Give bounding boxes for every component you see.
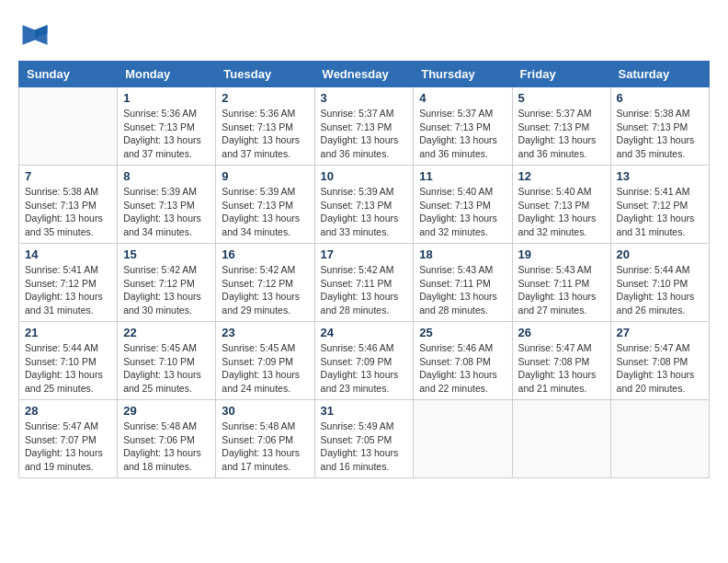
calendar-week-2: 14Sunrise: 5:41 AM Sunset: 7:12 PM Dayli… (19, 244, 710, 322)
calendar-cell: 21Sunrise: 5:44 AM Sunset: 7:10 PM Dayli… (19, 322, 118, 400)
logo (18, 18, 55, 52)
day-number: 14 (25, 247, 111, 261)
day-info: Sunrise: 5:49 AM Sunset: 7:05 PM Dayligh… (321, 419, 408, 474)
calendar-cell: 25Sunrise: 5:46 AM Sunset: 7:08 PM Dayli… (414, 322, 512, 400)
day-number: 24 (321, 326, 408, 339)
day-number: 19 (518, 247, 605, 261)
day-info: Sunrise: 5:37 AM Sunset: 7:13 PM Dayligh… (419, 107, 506, 161)
calendar-cell: 31Sunrise: 5:49 AM Sunset: 7:05 PM Dayli… (314, 400, 414, 478)
day-number: 7 (25, 169, 111, 183)
weekday-sunday: Sunday (19, 62, 118, 87)
calendar-cell: 22Sunrise: 5:45 AM Sunset: 7:10 PM Dayli… (118, 322, 216, 400)
day-number: 11 (419, 169, 506, 183)
day-number: 16 (222, 247, 308, 261)
calendar-cell: 5Sunrise: 5:37 AM Sunset: 7:13 PM Daylig… (512, 87, 610, 166)
day-info: Sunrise: 5:45 AM Sunset: 7:10 PM Dayligh… (123, 341, 210, 396)
calendar-cell: 18Sunrise: 5:43 AM Sunset: 7:11 PM Dayli… (414, 244, 512, 322)
day-info: Sunrise: 5:38 AM Sunset: 7:13 PM Dayligh… (617, 107, 703, 161)
day-number: 31 (321, 404, 408, 418)
day-number: 5 (518, 91, 605, 105)
calendar-cell: 29Sunrise: 5:48 AM Sunset: 7:06 PM Dayli… (118, 400, 216, 478)
calendar-cell: 10Sunrise: 5:39 AM Sunset: 7:13 PM Dayli… (314, 166, 414, 244)
day-number: 17 (321, 247, 408, 261)
day-info: Sunrise: 5:37 AM Sunset: 7:13 PM Dayligh… (518, 107, 605, 161)
calendar-cell: 14Sunrise: 5:41 AM Sunset: 7:12 PM Dayli… (19, 244, 118, 322)
calendar-cell: 24Sunrise: 5:46 AM Sunset: 7:09 PM Dayli… (314, 322, 414, 400)
day-number: 21 (25, 326, 111, 339)
day-number: 13 (617, 169, 703, 183)
logo-icon (18, 18, 51, 52)
calendar-cell: 7Sunrise: 5:38 AM Sunset: 7:13 PM Daylig… (19, 166, 118, 244)
day-number: 10 (321, 169, 408, 183)
day-info: Sunrise: 5:36 AM Sunset: 7:13 PM Dayligh… (123, 107, 210, 161)
calendar-cell: 13Sunrise: 5:41 AM Sunset: 7:12 PM Dayli… (610, 166, 709, 244)
day-info: Sunrise: 5:43 AM Sunset: 7:11 PM Dayligh… (518, 263, 605, 317)
day-number: 26 (518, 326, 605, 339)
day-info: Sunrise: 5:44 AM Sunset: 7:10 PM Dayligh… (25, 341, 111, 396)
day-info: Sunrise: 5:41 AM Sunset: 7:12 PM Dayligh… (617, 185, 703, 239)
weekday-tuesday: Tuesday (216, 62, 314, 87)
calendar-cell: 12Sunrise: 5:40 AM Sunset: 7:13 PM Dayli… (512, 166, 610, 244)
calendar-cell: 30Sunrise: 5:48 AM Sunset: 7:06 PM Dayli… (216, 400, 314, 478)
day-info: Sunrise: 5:45 AM Sunset: 7:09 PM Dayligh… (222, 341, 308, 396)
day-number: 3 (321, 91, 408, 105)
weekday-saturday: Saturday (610, 62, 709, 87)
day-info: Sunrise: 5:42 AM Sunset: 7:12 PM Dayligh… (123, 263, 210, 317)
day-number: 20 (617, 247, 703, 261)
day-number: 8 (123, 169, 210, 183)
day-info: Sunrise: 5:48 AM Sunset: 7:06 PM Dayligh… (222, 419, 308, 474)
weekday-wednesday: Wednesday (314, 62, 414, 87)
calendar-cell: 20Sunrise: 5:44 AM Sunset: 7:10 PM Dayli… (610, 244, 709, 322)
day-info: Sunrise: 5:39 AM Sunset: 7:13 PM Dayligh… (321, 185, 408, 239)
day-info: Sunrise: 5:36 AM Sunset: 7:13 PM Dayligh… (222, 107, 308, 161)
day-number: 28 (25, 404, 111, 418)
calendar-week-0: 1Sunrise: 5:36 AM Sunset: 7:13 PM Daylig… (19, 87, 710, 166)
day-number: 30 (222, 404, 308, 418)
header (18, 18, 710, 52)
calendar-week-4: 28Sunrise: 5:47 AM Sunset: 7:07 PM Dayli… (19, 400, 710, 478)
day-info: Sunrise: 5:37 AM Sunset: 7:13 PM Dayligh… (321, 107, 408, 161)
weekday-friday: Friday (512, 62, 610, 87)
calendar-cell: 2Sunrise: 5:36 AM Sunset: 7:13 PM Daylig… (216, 87, 314, 166)
calendar-cell (512, 400, 610, 478)
weekday-thursday: Thursday (414, 62, 512, 87)
day-info: Sunrise: 5:41 AM Sunset: 7:12 PM Dayligh… (25, 263, 111, 317)
day-info: Sunrise: 5:42 AM Sunset: 7:12 PM Dayligh… (222, 263, 308, 317)
calendar-cell: 19Sunrise: 5:43 AM Sunset: 7:11 PM Dayli… (512, 244, 610, 322)
page-container: SundayMondayTuesdayWednesdayThursdayFrid… (18, 18, 710, 478)
calendar-cell: 23Sunrise: 5:45 AM Sunset: 7:09 PM Dayli… (216, 322, 314, 400)
calendar-cell (19, 87, 118, 166)
day-number: 15 (123, 247, 210, 261)
calendar-cell: 11Sunrise: 5:40 AM Sunset: 7:13 PM Dayli… (414, 166, 512, 244)
day-info: Sunrise: 5:40 AM Sunset: 7:13 PM Dayligh… (518, 185, 605, 239)
day-number: 23 (222, 326, 308, 339)
day-info: Sunrise: 5:38 AM Sunset: 7:13 PM Dayligh… (25, 185, 111, 239)
calendar-cell: 4Sunrise: 5:37 AM Sunset: 7:13 PM Daylig… (414, 87, 512, 166)
day-info: Sunrise: 5:44 AM Sunset: 7:10 PM Dayligh… (617, 263, 703, 317)
day-info: Sunrise: 5:42 AM Sunset: 7:11 PM Dayligh… (321, 263, 408, 317)
calendar-table: SundayMondayTuesdayWednesdayThursdayFrid… (18, 61, 710, 478)
day-number: 9 (222, 169, 308, 183)
calendar-week-3: 21Sunrise: 5:44 AM Sunset: 7:10 PM Dayli… (19, 322, 710, 400)
day-info: Sunrise: 5:48 AM Sunset: 7:06 PM Dayligh… (123, 419, 210, 474)
day-number: 22 (123, 326, 210, 339)
day-info: Sunrise: 5:46 AM Sunset: 7:08 PM Dayligh… (419, 341, 506, 396)
calendar-cell: 27Sunrise: 5:47 AM Sunset: 7:08 PM Dayli… (610, 322, 709, 400)
calendar-cell: 9Sunrise: 5:39 AM Sunset: 7:13 PM Daylig… (216, 166, 314, 244)
calendar-cell: 26Sunrise: 5:47 AM Sunset: 7:08 PM Dayli… (512, 322, 610, 400)
day-number: 2 (222, 91, 308, 105)
calendar-cell: 6Sunrise: 5:38 AM Sunset: 7:13 PM Daylig… (610, 87, 709, 166)
day-number: 25 (419, 326, 506, 339)
calendar-cell: 16Sunrise: 5:42 AM Sunset: 7:12 PM Dayli… (216, 244, 314, 322)
calendar-cell: 28Sunrise: 5:47 AM Sunset: 7:07 PM Dayli… (19, 400, 118, 478)
weekday-header-row: SundayMondayTuesdayWednesdayThursdayFrid… (19, 62, 710, 87)
calendar-cell: 15Sunrise: 5:42 AM Sunset: 7:12 PM Dayli… (118, 244, 216, 322)
calendar-cell: 17Sunrise: 5:42 AM Sunset: 7:11 PM Dayli… (314, 244, 414, 322)
day-info: Sunrise: 5:47 AM Sunset: 7:07 PM Dayligh… (25, 419, 111, 474)
calendar-cell: 3Sunrise: 5:37 AM Sunset: 7:13 PM Daylig… (314, 87, 414, 166)
day-number: 6 (617, 91, 703, 105)
day-info: Sunrise: 5:40 AM Sunset: 7:13 PM Dayligh… (419, 185, 506, 239)
day-number: 29 (123, 404, 210, 418)
day-info: Sunrise: 5:39 AM Sunset: 7:13 PM Dayligh… (222, 185, 308, 239)
day-number: 1 (123, 91, 210, 105)
